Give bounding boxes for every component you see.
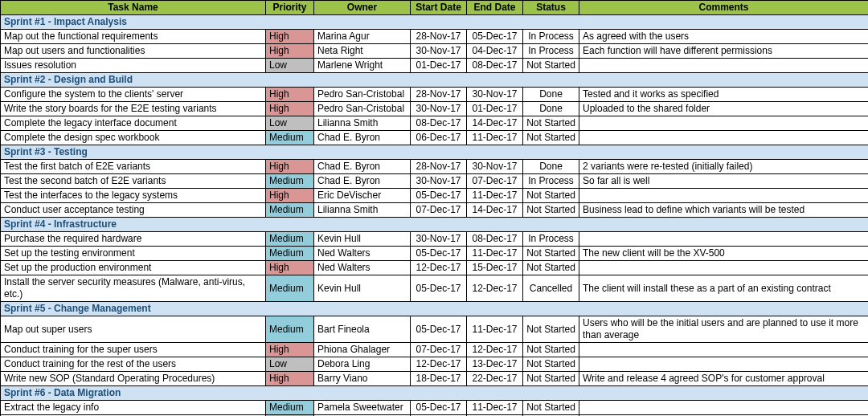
cell-comments: 2 variants were re-tested (initially fai…: [579, 160, 869, 174]
cell-end: 11-Dec-17: [467, 401, 523, 415]
cell-owner: Barry Viano: [314, 372, 411, 386]
sprint-header-row: Sprint #1 - Impact Analysis: [1, 15, 869, 30]
cell-comments: [579, 261, 869, 275]
header-task: Task Name: [1, 1, 266, 15]
cell-owner: Debora Ling: [314, 357, 411, 372]
cell-start: 06-Dec-17: [411, 131, 467, 145]
header-owner: Owner: [314, 1, 411, 15]
cell-priority: High: [266, 160, 314, 174]
cell-task: Test the first batch of E2E variants: [1, 160, 266, 174]
task-row: Test the interfaces to the legacy system…: [1, 189, 869, 203]
cell-comments: [579, 232, 869, 247]
sprint-title: Sprint #4 - Infrastructure: [1, 218, 869, 232]
cell-comments: [579, 189, 869, 203]
cell-task: Conduct training for the rest of the use…: [1, 357, 266, 372]
cell-comments: The client will install these as a part …: [579, 275, 869, 302]
cell-comments: Tested and it works as specified: [579, 88, 869, 102]
task-row: Set up the production environmentHighNed…: [1, 261, 869, 275]
task-row: Extract the legacy infoMediumPamela Swee…: [1, 401, 869, 415]
task-row: Issues resolutionLowMarlene Wright01-Dec…: [1, 59, 869, 73]
cell-status: Not Started: [523, 357, 579, 372]
cell-start: 05-Dec-17: [411, 316, 467, 343]
cell-status: Not Started: [523, 59, 579, 73]
cell-end: 13-Dec-17: [467, 357, 523, 372]
cell-task: Map out super users: [1, 316, 266, 343]
cell-start: 01-Dec-17: [411, 59, 467, 73]
cell-status: Not Started: [523, 189, 579, 203]
cell-start: 07-Dec-17: [411, 203, 467, 218]
cell-comments: So far all is well: [579, 174, 869, 189]
cell-comments: [579, 401, 869, 415]
cell-owner: Chad E. Byron: [314, 174, 411, 189]
cell-end: 01-Dec-17: [467, 102, 523, 116]
header-comments: Comments: [579, 1, 869, 15]
header-start: Start Date: [411, 1, 467, 15]
cell-comments: [579, 131, 869, 145]
sprint-title: Sprint #1 - Impact Analysis: [1, 15, 869, 30]
cell-start: 05-Dec-17: [411, 401, 467, 415]
cell-start: 12-Dec-17: [411, 357, 467, 372]
cell-end: 30-Nov-17: [467, 160, 523, 174]
gantt-task-table: Task Name Priority Owner Start Date End …: [0, 0, 868, 416]
cell-end: 11-Dec-17: [467, 247, 523, 261]
cell-start: 30-Nov-17: [411, 232, 467, 247]
cell-status: Not Started: [523, 343, 579, 357]
cell-end: 11-Dec-17: [467, 131, 523, 145]
cell-priority: Low: [266, 59, 314, 73]
task-row: Test the first batch of E2E variantsHigh…: [1, 160, 869, 174]
task-row: Map out users and functionalitiesHighNet…: [1, 44, 869, 59]
sprint-header-row: Sprint #2 - Design and Build: [1, 73, 869, 88]
cell-task: Purchase the required hardware: [1, 232, 266, 247]
cell-comments: [579, 357, 869, 372]
cell-end: 14-Dec-17: [467, 116, 523, 131]
cell-comments: Write and release 4 agreed SOP's for cus…: [579, 372, 869, 386]
cell-end: 08-Dec-17: [467, 232, 523, 247]
cell-priority: High: [266, 44, 314, 59]
cell-task: Conduct training for the super users: [1, 343, 266, 357]
cell-owner: Marina Agur: [314, 30, 411, 44]
task-row: Complete the legacy interface documentLo…: [1, 116, 869, 131]
cell-owner: Phiona Ghalager: [314, 343, 411, 357]
cell-task: Test the interfaces to the legacy system…: [1, 189, 266, 203]
cell-status: In Process: [523, 44, 579, 59]
cell-start: 05-Dec-17: [411, 247, 467, 261]
cell-owner: Pamela Sweetwater: [314, 401, 411, 415]
cell-task: Write new SOP (Standard Operating Proced…: [1, 372, 266, 386]
cell-task: Set up the testing environment: [1, 247, 266, 261]
cell-priority: High: [266, 88, 314, 102]
cell-status: Done: [523, 102, 579, 116]
cell-priority: Low: [266, 116, 314, 131]
cell-status: Cancelled: [523, 275, 579, 302]
cell-comments: Each function will have different permis…: [579, 44, 869, 59]
cell-status: Not Started: [523, 247, 579, 261]
task-row: Test the second batch of E2E variantsMed…: [1, 174, 869, 189]
cell-comments: Business lead to define which variants w…: [579, 203, 869, 218]
cell-owner: Kevin Hull: [314, 232, 411, 247]
cell-owner: Ned Walters: [314, 247, 411, 261]
cell-end: 12-Dec-17: [467, 275, 523, 302]
cell-task: Write the story boards for the E2E testi…: [1, 102, 266, 116]
task-row: Complete the design spec workbookMediumC…: [1, 131, 869, 145]
task-row: Install the server security measures (Ma…: [1, 275, 869, 302]
cell-comments: [579, 59, 869, 73]
cell-priority: Medium: [266, 247, 314, 261]
cell-priority: High: [266, 261, 314, 275]
cell-comments: [579, 116, 869, 131]
task-row: Purchase the required hardwareMediumKevi…: [1, 232, 869, 247]
cell-task: Map out the functional requirements: [1, 30, 266, 44]
cell-comments: Users who will be the initial users and …: [579, 316, 869, 343]
cell-priority: Medium: [266, 275, 314, 302]
task-row: Configure the system to the clients' ser…: [1, 88, 869, 102]
cell-priority: High: [266, 102, 314, 116]
cell-task: Complete the design spec workbook: [1, 131, 266, 145]
cell-start: 07-Dec-17: [411, 343, 467, 357]
task-row: Conduct training for the rest of the use…: [1, 357, 869, 372]
task-row: Set up the testing environmentMediumNed …: [1, 247, 869, 261]
cell-task: Extract the legacy info: [1, 401, 266, 415]
header-end: End Date: [467, 1, 523, 15]
cell-comments: Uploaded to the shared folder: [579, 102, 869, 116]
cell-priority: High: [266, 343, 314, 357]
cell-priority: Medium: [266, 401, 314, 415]
cell-task: Issues resolution: [1, 59, 266, 73]
cell-status: Not Started: [523, 261, 579, 275]
